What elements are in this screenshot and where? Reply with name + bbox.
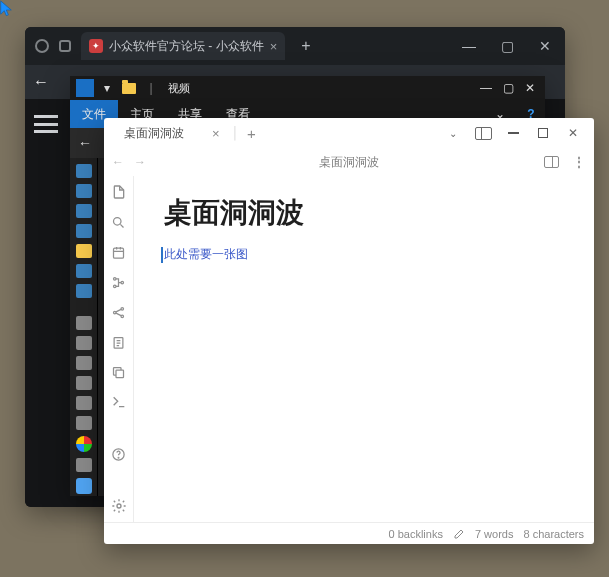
svg-point-11 — [118, 457, 119, 458]
browser-titlebar[interactable]: ✦ 小众软件官方论坛 - 小众软件 × + — ▢ ✕ — [25, 27, 565, 65]
tab-close-button[interactable]: × — [270, 39, 278, 54]
navpane-item[interactable] — [76, 184, 92, 198]
navpane-chrome-icon[interactable] — [76, 436, 92, 452]
copy-icon[interactable] — [111, 364, 127, 380]
files-icon[interactable] — [111, 184, 127, 200]
search-icon[interactable] — [111, 214, 127, 230]
navpane-folder[interactable] — [76, 336, 92, 350]
note-body: 桌面洞洞波 此处需要一张图 — [104, 176, 594, 522]
note-window-controls: ⌄ ✕ — [438, 121, 588, 145]
new-tab-button[interactable]: + — [295, 37, 316, 55]
navpane-folder[interactable] — [76, 396, 92, 410]
navpane-folder[interactable] — [76, 316, 92, 330]
svg-rect-9 — [116, 370, 124, 378]
note-window: 桌面洞洞波 × │ + ⌄ ✕ ← → 桌面洞洞波 ⋮ — [104, 118, 594, 544]
nav-back-button[interactable]: ← — [112, 155, 124, 169]
nav-back-button[interactable]: ← — [78, 135, 92, 151]
svg-point-5 — [114, 311, 117, 314]
maximize-button[interactable]: ▢ — [499, 79, 517, 97]
explorer-navpane[interactable] — [70, 158, 98, 496]
navpane-item[interactable] — [76, 284, 92, 298]
reading-mode-icon[interactable] — [544, 156, 559, 168]
sidebar-toggle-button[interactable] — [468, 121, 498, 145]
note-editor[interactable]: 桌面洞洞波 此处需要一张图 — [134, 176, 594, 522]
hamburger-icon[interactable] — [34, 115, 58, 133]
close-button[interactable]: ✕ — [531, 38, 559, 54]
maximize-button[interactable] — [528, 121, 558, 145]
minimize-button[interactable] — [498, 121, 528, 145]
back-button[interactable]: ← — [33, 73, 49, 91]
browser-tab[interactable]: ✦ 小众软件官方论坛 - 小众软件 × — [81, 32, 285, 60]
navpane-item[interactable] — [76, 164, 92, 178]
tab-title: 小众软件官方论坛 - 小众软件 — [109, 38, 264, 55]
note-tab[interactable]: 桌面洞洞波 × — [114, 121, 230, 145]
qat-save-icon[interactable]: ▾ — [98, 79, 116, 97]
pencil-icon[interactable] — [453, 528, 465, 540]
status-backlinks[interactable]: 0 backlinks — [388, 528, 442, 540]
explorer-title: 视频 — [168, 81, 190, 96]
status-characters[interactable]: 8 characters — [523, 528, 584, 540]
navpane-pin-icon[interactable] — [76, 478, 92, 494]
qat-divider: | — [142, 79, 160, 97]
note-heading[interactable]: 桌面洞洞波 — [164, 194, 564, 232]
svg-point-4 — [121, 281, 124, 284]
svg-point-2 — [114, 277, 117, 280]
maximize-button[interactable]: ▢ — [493, 38, 521, 54]
note-tabbar: 桌面洞洞波 × │ + — [114, 121, 428, 145]
svg-point-6 — [121, 307, 124, 310]
system-icon — [35, 39, 49, 53]
calendar-icon[interactable] — [111, 244, 127, 260]
help-icon[interactable] — [111, 446, 127, 462]
note-body-text: 此处需要一张图 — [164, 247, 248, 261]
mouse-cursor-icon — [0, 0, 609, 20]
command-icon[interactable] — [111, 394, 127, 410]
gear-icon[interactable] — [111, 498, 127, 514]
note-new-tab-button[interactable]: + — [241, 125, 262, 142]
note-titlebar[interactable]: 桌面洞洞波 × │ + ⌄ ✕ — [104, 118, 594, 148]
more-menu-button[interactable]: ⋮ — [573, 155, 586, 169]
note-tab-close-button[interactable]: × — [212, 126, 220, 141]
close-button[interactable]: ✕ — [558, 121, 588, 145]
minimize-button[interactable]: — — [477, 79, 495, 97]
nav-forward-button[interactable]: → — [134, 155, 146, 169]
explorer-qat: ▾ | 视频 — ▢ ✕ — [70, 76, 545, 100]
navpane-folder[interactable] — [76, 416, 92, 430]
navpane-item-selected[interactable] — [76, 244, 92, 258]
navpane-folder[interactable] — [76, 356, 92, 370]
minimize-button[interactable]: — — [455, 38, 483, 54]
note-tab-title: 桌面洞洞波 — [124, 125, 184, 142]
navpane-item[interactable] — [76, 204, 92, 218]
navpane-folder[interactable] — [76, 458, 92, 472]
note-crumbbar: ← → 桌面洞洞波 ⋮ — [104, 148, 594, 176]
qat-folder-icon[interactable] — [120, 79, 138, 97]
text-caret — [161, 247, 163, 263]
svg-point-7 — [121, 315, 124, 318]
svg-point-0 — [114, 217, 122, 225]
close-button[interactable]: ✕ — [521, 79, 539, 97]
note-statusbar: 0 backlinks 7 words 8 characters — [104, 522, 594, 544]
svg-point-3 — [114, 285, 117, 288]
note-wikilink[interactable]: 此处需要一张图 — [164, 246, 248, 263]
status-words[interactable]: 7 words — [475, 528, 514, 540]
favicon-icon: ✦ — [89, 39, 103, 53]
app-icon — [76, 79, 94, 97]
navpane-item[interactable] — [76, 224, 92, 238]
navpane-folder[interactable] — [76, 376, 92, 390]
svg-point-12 — [117, 504, 121, 508]
profile-icon[interactable] — [59, 40, 71, 52]
graph-icon[interactable] — [111, 304, 127, 320]
doc-icon[interactable] — [111, 334, 127, 350]
svg-rect-1 — [114, 248, 124, 258]
navpane-item[interactable] — [76, 264, 92, 278]
breadcrumb[interactable]: 桌面洞洞波 — [319, 154, 379, 171]
activity-bar — [104, 176, 134, 522]
page-sidebar — [25, 99, 67, 507]
dropdown-button[interactable]: ⌄ — [438, 121, 468, 145]
tree-icon[interactable] — [111, 274, 127, 290]
